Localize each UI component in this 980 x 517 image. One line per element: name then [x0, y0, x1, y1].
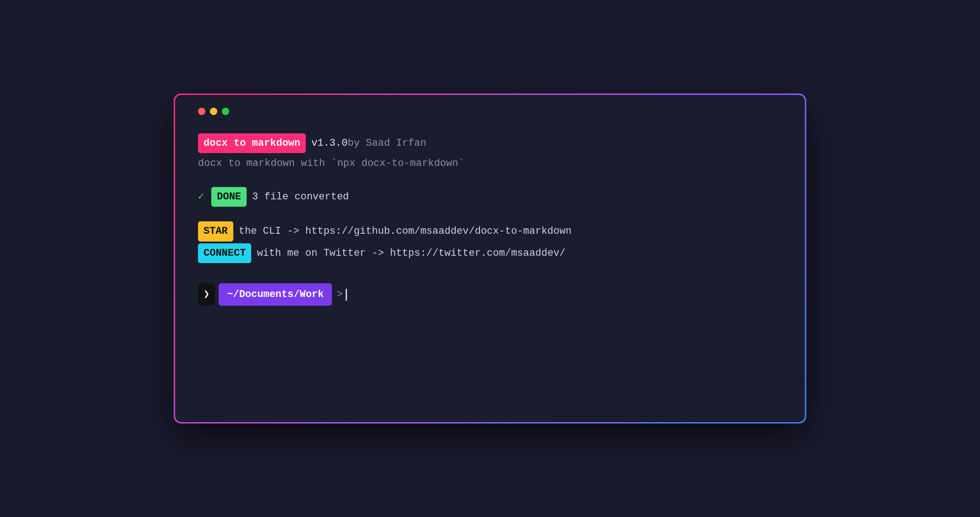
done-line: ✓ DONE 3 file converted [198, 187, 782, 207]
spacer-1 [198, 174, 782, 187]
prompt-line: ❯ ~/Documents/Work > [198, 283, 782, 306]
spacer-2 [198, 209, 782, 221]
terminal-content: docx to markdown v1.3.0 by Saad Irfan do… [198, 133, 782, 306]
description-line: docx to markdown with `npx docx-to-markd… [198, 155, 782, 172]
connect-badge: CONNECT [198, 243, 251, 263]
title-line: docx to markdown v1.3.0 by Saad Irfan [198, 133, 782, 153]
close-button[interactable] [198, 108, 205, 115]
version-text: v1.3.0 [311, 135, 347, 152]
prompt-arrow-box: ❯ [198, 283, 215, 306]
prompt-arrow-icon: ❯ [204, 286, 209, 303]
done-text: 3 file converted [252, 188, 349, 205]
cursor [346, 289, 347, 301]
terminal-window: docx to markdown v1.3.0 by Saad Irfan do… [174, 94, 806, 424]
connect-line: CONNECT with me on Twitter -> https://tw… [198, 243, 782, 263]
done-badge: DONE [211, 187, 247, 207]
description-text: docx to markdown with `npx docx-to-markd… [198, 155, 464, 172]
terminal-body: docx to markdown v1.3.0 by Saad Irfan do… [175, 95, 805, 422]
star-text: the CLI -> https://github.com/msaaddev/d… [239, 223, 572, 240]
minimize-button[interactable] [210, 108, 217, 115]
maximize-button[interactable] [222, 108, 229, 115]
checkmark-icon: ✓ [198, 188, 204, 205]
prompt-chevron-icon: > [336, 286, 342, 303]
title-badge: docx to markdown [198, 133, 306, 153]
prompt-path: ~/Documents/Work [219, 283, 332, 306]
traffic-lights [198, 108, 782, 115]
author-text: by Saad Irfan [347, 135, 426, 152]
star-badge: STAR [198, 221, 233, 241]
star-line: STAR the CLI -> https://github.com/msaad… [198, 221, 782, 241]
connect-text: with me on Twitter -> https://twitter.co… [257, 245, 565, 262]
spacer-3 [198, 265, 782, 278]
